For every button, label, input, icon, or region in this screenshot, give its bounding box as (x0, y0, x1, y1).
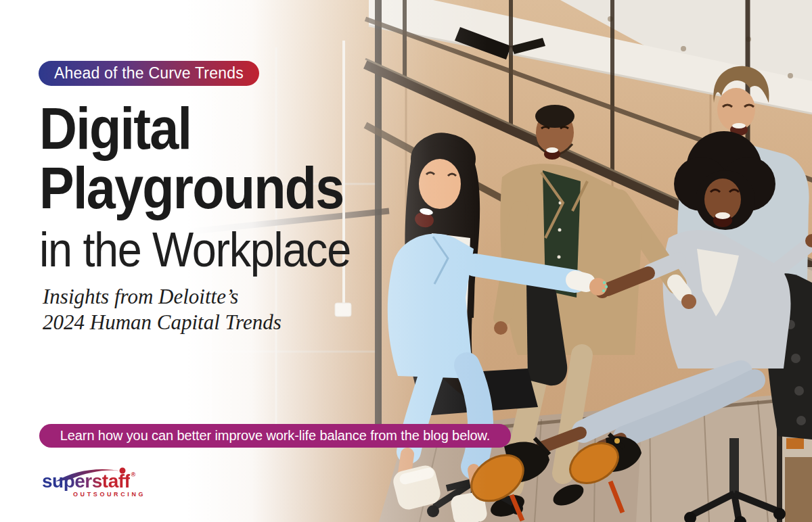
subtitle-line-1: Insights from Deloitte’s (43, 284, 281, 310)
cta-banner: Learn how you can better improve work-li… (39, 424, 511, 448)
registered-trademark: ® (131, 471, 135, 478)
subtitle-line-2: 2024 Human Capital Trends (43, 310, 281, 335)
banner-content: Ahead of the Curve Trends Digital Playgr… (0, 0, 812, 522)
title-line-2: Playgrounds (39, 158, 344, 218)
cta-banner-label: Learn how you can better improve work-li… (60, 428, 490, 444)
category-badge-label: Ahead of the Curve Trends (54, 64, 244, 82)
logo-tagline: OUTSOURCING (73, 491, 145, 498)
page-title: Digital Playgrounds in the Workplace (39, 99, 385, 276)
superstaff-logo: superstaff ® OUTSOURCING (42, 468, 150, 503)
title-line-1: Digital (39, 99, 344, 158)
blog-banner: Ahead of the Curve Trends Digital Playgr… (0, 0, 812, 522)
subtitle: Insights from Deloitte’s 2024 Human Capi… (43, 284, 281, 335)
title-line-3: in the Workplace (39, 223, 351, 276)
logo-swoosh-icon (55, 467, 131, 482)
category-badge: Ahead of the Curve Trends (39, 61, 259, 86)
